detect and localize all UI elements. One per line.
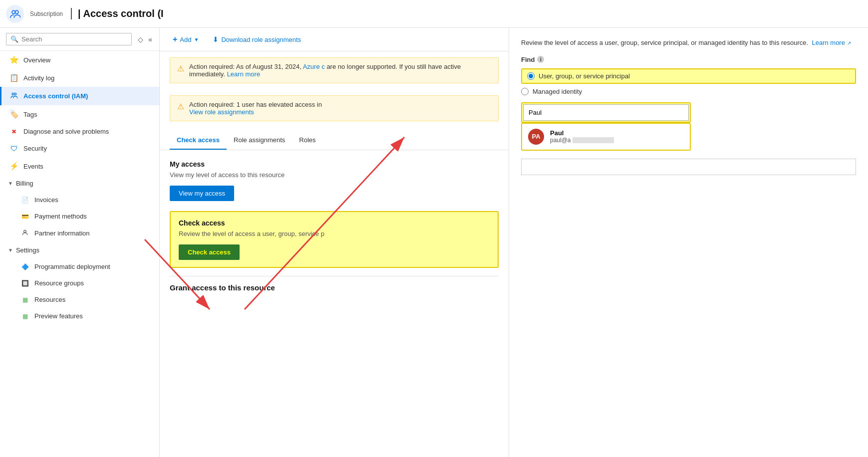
main-content: + Add ▼ ⬇ Download role assignments ⚠ Ac… <box>160 28 509 457</box>
billing-caret-icon: ▼ <box>8 181 13 186</box>
check-access-section: Check access Review the level of access … <box>170 211 499 268</box>
user-email: paul@a redacted <box>550 137 614 144</box>
search-dropdown: PA Paul paul@a redacted <box>521 123 691 151</box>
alert-icon-2: ⚠ <box>177 102 184 111</box>
user-name: Paul <box>550 129 614 137</box>
sidebar-item-label: Overview <box>23 56 50 64</box>
tab-check-access[interactable]: Check access <box>170 131 227 150</box>
radio-user-group[interactable]: User, group, or service principal <box>521 68 856 84</box>
alert1-suffix: immediately. <box>189 70 225 78</box>
sidebar-item-overview[interactable]: ⭐ Overview <box>0 51 159 69</box>
billing-section-label: Billing <box>16 180 33 187</box>
diagnose-icon: ✖ <box>9 128 18 135</box>
settings-icon-btn[interactable]: ◇ <box>137 34 144 44</box>
svg-point-6 <box>14 93 16 95</box>
sidebar-item-label: Preview features <box>34 312 83 320</box>
my-access-section: My access View my level of access to thi… <box>160 150 509 211</box>
search-bar: 🔍 ◇ « <box>0 28 159 51</box>
settings-caret-icon: ▼ <box>8 247 13 253</box>
resource-groups-icon: 🔲 <box>20 280 29 287</box>
user-info: Paul paul@a redacted <box>550 129 614 144</box>
sidebar-item-programmatic-deployment[interactable]: 🔷 Programmatic deployment <box>0 258 159 275</box>
svg-point-7 <box>24 230 26 232</box>
user-avatar: PA <box>528 129 544 145</box>
sidebar-item-payment-methods[interactable]: 💳 Payment methods <box>0 208 159 225</box>
resources-icon: ▦ <box>20 296 29 303</box>
sidebar-item-label: Programmatic deployment <box>34 263 110 270</box>
find-info-icon[interactable]: i <box>537 56 544 63</box>
payment-methods-icon: 💳 <box>20 213 29 220</box>
billing-section-header[interactable]: ▼ Billing <box>0 175 159 192</box>
external-link-icon: ↗ <box>847 40 851 46</box>
subscription-label: Subscription <box>30 10 63 17</box>
grant-access-title: Grant access to this resource <box>170 283 499 292</box>
sidebar-item-partner-information[interactable]: Partner information <box>0 225 159 242</box>
alert1-azure-link[interactable]: Azure c <box>303 63 325 70</box>
find-search-box <box>521 102 691 123</box>
dropdown-item-paul[interactable]: PA Paul paul@a redacted <box>522 124 690 150</box>
alert2-text-before: Action required: 1 user has elevated acc… <box>189 101 322 108</box>
access-control-icon <box>9 91 18 101</box>
grant-access-section: Grant access to this resource <box>170 276 499 299</box>
alert-action-required-2: ⚠ Action required: 1 user has elevated a… <box>170 95 499 121</box>
sidebar-item-security[interactable]: 🛡 Security <box>0 140 159 157</box>
tags-icon: 🏷️ <box>9 110 18 119</box>
wide-search-input[interactable] <box>521 159 856 175</box>
sidebar-item-preview-features[interactable]: ▦ Preview features <box>0 308 159 324</box>
events-icon: ⚡ <box>9 162 18 171</box>
sidebar-item-activity-log[interactable]: 📋 Activity log <box>0 69 159 87</box>
rp-learn-more-text: Learn more <box>812 39 845 46</box>
settings-section-label: Settings <box>16 246 39 254</box>
tab-roles[interactable]: Roles <box>292 131 322 150</box>
radio-user-group-input[interactable] <box>527 72 535 80</box>
programmatic-deployment-icon: 🔷 <box>20 263 29 270</box>
user-initials: PA <box>532 133 540 140</box>
download-icon: ⬇ <box>213 35 219 43</box>
alert-action-required-1: ⚠ Action required: As of August 31, 2024… <box>170 57 499 83</box>
add-icon: + <box>173 35 177 44</box>
right-panel: Review the level of access a user, group… <box>509 28 868 457</box>
tab-role-assignments[interactable]: Role assignments <box>227 131 292 150</box>
radio-managed-identity[interactable]: Managed identity <box>521 88 856 95</box>
partner-information-icon <box>20 229 29 237</box>
wide-search-area <box>521 159 856 175</box>
sidebar-item-label: Diagnose and solve problems <box>23 128 109 135</box>
search-input-wrap[interactable]: 🔍 <box>6 33 132 45</box>
activity-log-icon: 📋 <box>9 73 18 82</box>
check-access-button[interactable]: Check access <box>179 244 240 260</box>
sidebar-item-label: Access control (IAM) <box>23 92 88 100</box>
svg-point-3 <box>12 10 15 13</box>
download-button[interactable]: ⬇ Download role assignments <box>210 33 304 45</box>
view-my-access-button[interactable]: View my access <box>170 186 234 201</box>
collapse-icon-btn[interactable]: « <box>147 34 153 44</box>
invoices-icon: 📄 <box>20 197 29 204</box>
search-icon: 🔍 <box>10 35 18 43</box>
sidebar-item-resource-groups[interactable]: 🔲 Resource groups <box>0 275 159 291</box>
sidebar-item-resources[interactable]: ▦ Resources <box>0 291 159 308</box>
search-input[interactable] <box>21 35 127 43</box>
sidebar-item-label: Events <box>23 163 43 170</box>
sidebar-item-access-control[interactable]: Access control (IAM) <box>0 87 159 105</box>
sidebar-item-label: Security <box>23 145 47 152</box>
add-label: Add <box>180 36 191 43</box>
rp-learn-more-link[interactable]: Learn more ↗ <box>810 39 851 46</box>
find-search-input[interactable] <box>523 104 689 121</box>
add-button[interactable]: + Add ▼ <box>170 33 202 46</box>
alert-icon-1: ⚠ <box>177 64 184 73</box>
top-bar: Subscription | Access control (I <box>0 0 868 28</box>
sidebar-item-label: Tags <box>23 111 37 118</box>
settings-section-header[interactable]: ▼ Settings <box>0 242 159 258</box>
avatar <box>6 5 24 23</box>
alert1-learn-more[interactable]: Learn more <box>227 70 260 78</box>
alert2-view-role-assignments[interactable]: View role assignments <box>189 108 254 116</box>
radio-managed-identity-input[interactable] <box>521 88 529 95</box>
sidebar-item-tags[interactable]: 🏷️ Tags <box>0 105 159 123</box>
radio-group: User, group, or service principal Manage… <box>521 68 856 95</box>
sidebar-item-events[interactable]: ⚡ Events <box>0 157 159 175</box>
add-dropdown-icon: ▼ <box>194 37 199 42</box>
sidebar-item-invoices[interactable]: 📄 Invoices <box>0 192 159 208</box>
sidebar-item-diagnose[interactable]: ✖ Diagnose and solve problems <box>0 123 159 140</box>
page-title: | Access control (I <box>71 8 164 19</box>
sidebar-item-label: Payment methods <box>34 213 87 220</box>
find-text: Find <box>521 56 535 63</box>
